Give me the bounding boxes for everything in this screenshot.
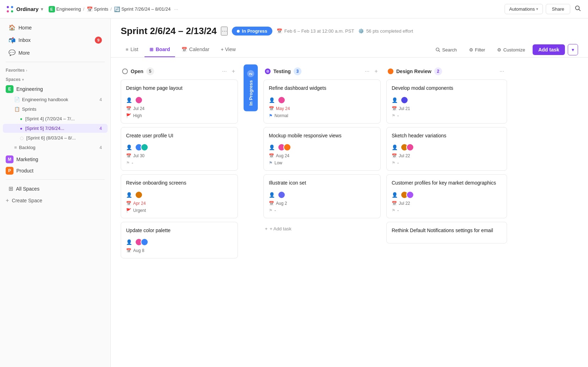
- col-add-open-btn[interactable]: +: [230, 67, 236, 75]
- card-title: Update color palette: [126, 227, 233, 234]
- automations-button[interactable]: Automations ▾: [505, 4, 543, 14]
- date-icon: 📅: [126, 248, 131, 253]
- board: Open 5 ··· + Design home page layout 👤: [111, 57, 588, 367]
- assign-icon: 👤: [269, 144, 275, 150]
- col-menu-design: ···: [498, 67, 506, 75]
- col-cards-open: Design home page layout 👤 📅 Jul 24: [121, 80, 238, 258]
- date-value: Aug 24: [276, 153, 289, 158]
- app-chevron: ▾: [41, 7, 43, 12]
- create-space-button[interactable]: + Create Space: [0, 195, 110, 206]
- card-modal-components[interactable]: Develop modal components 👤 📅 Jul 21: [386, 80, 507, 124]
- sidebar-item-sprint5[interactable]: ● [Sprint 5] 7/26/24... 4: [3, 124, 108, 133]
- share-button[interactable]: Share: [546, 4, 570, 14]
- priority-label: Urgent: [133, 208, 146, 213]
- customize-button[interactable]: ⚙ Customize: [492, 45, 529, 55]
- col-cards-testing: Refine dashboard widgets 👤 📅 May 24: [263, 80, 381, 234]
- card-date: 📅 Jul 22: [392, 153, 502, 158]
- add-task-testing[interactable]: + + Add task: [263, 223, 381, 234]
- sidebar-item-backlog[interactable]: ≡ Backlog 4: [3, 143, 108, 152]
- card-meta: 👤: [269, 191, 375, 199]
- col-add-testing-btn[interactable]: +: [373, 67, 379, 75]
- sprint-effort: ⚙️ 56 pts completed effort: [358, 28, 413, 34]
- card-dashboard-widgets[interactable]: Refine dashboard widgets 👤 📅 May 24: [263, 80, 381, 124]
- card-mobile-responsive[interactable]: Mockup mobile responsive views 👤 📅 Aug 2…: [263, 127, 381, 171]
- sidebar-divider-2: [6, 179, 105, 180]
- sidebar-item-all-spaces[interactable]: ⊞ All Spaces: [3, 183, 108, 195]
- avatar: [406, 191, 414, 199]
- global-search-button[interactable]: [573, 4, 582, 15]
- space-engineering[interactable]: E Engineering: [0, 83, 110, 95]
- card-customer-profiles[interactable]: Customer profiles for key market demogra…: [386, 174, 507, 218]
- column-testing: Testing 3 ··· + Refine dashboard widgets…: [263, 65, 381, 360]
- card-date: 📅 Aug 8: [126, 248, 233, 253]
- card-design-home[interactable]: Design home page layout 👤 📅 Jul 24: [121, 80, 238, 124]
- card-header-variations[interactable]: Sketch header variations 👤 📅 Jul 22: [386, 127, 507, 171]
- date-icon: 📅: [269, 201, 274, 206]
- filter-button[interactable]: ⚙ Filter: [464, 45, 490, 55]
- sidebar-item-home[interactable]: 🏠 Home: [3, 22, 108, 33]
- sidebar-item-inbox[interactable]: 📬 Inbox 9: [3, 34, 108, 46]
- tab-add-view[interactable]: + View: [216, 42, 241, 57]
- avatar-group: [135, 96, 143, 104]
- sidebar-item-sprint4[interactable]: ● [Sprint 4] (7/20/24 – 7/...: [3, 114, 108, 123]
- breadcrumb-sep-1: /: [83, 6, 85, 12]
- tab-list-label: List: [131, 46, 138, 52]
- sprint-title: Sprint 2/6/24 – 2/13/24: [121, 26, 217, 37]
- col-menu-testing-btn[interactable]: ···: [363, 67, 371, 75]
- card-meta: 👤: [269, 143, 375, 151]
- breadcrumb: E Engineering / 📅 Sprints / 🔄 Sprint 7/2…: [49, 6, 502, 12]
- favorites-chevron: ›: [26, 69, 27, 72]
- sprint-effort-text: 56 pts completed effort: [366, 28, 413, 34]
- breadcrumb-sprints-label: Sprints: [94, 6, 108, 12]
- card-onboarding[interactable]: Revise onboarding screens 👤 📅 Apr 24: [121, 174, 238, 218]
- backlog-icon: ≡: [14, 145, 17, 150]
- breadcrumb-engineering[interactable]: E Engineering: [49, 6, 81, 12]
- breadcrumb-more[interactable]: ···: [174, 6, 178, 12]
- assign-icon: 👤: [392, 144, 398, 150]
- sidebar-item-handbook[interactable]: 📄 Engineering handbook 4: [3, 95, 108, 104]
- column-open: Open 5 ··· + Design home page layout 👤: [121, 65, 238, 360]
- space-marketing[interactable]: M Marketing: [0, 154, 110, 165]
- search-button[interactable]: Search: [431, 45, 461, 55]
- in-progress-label[interactable]: In Progress 2: [244, 65, 258, 111]
- tab-calendar[interactable]: 📅 Calendar: [176, 42, 214, 57]
- card-meta: 👤: [126, 96, 233, 104]
- priority-label: -: [397, 160, 399, 165]
- sprint-status-badge[interactable]: In Progress: [232, 27, 272, 35]
- sprints-nav-icon: 📋: [14, 106, 20, 112]
- sidebar-item-more[interactable]: 💬 More: [3, 47, 108, 59]
- space-product[interactable]: P Product: [0, 165, 110, 176]
- all-spaces-icon: ⊞: [9, 185, 13, 192]
- customize-label: Customize: [503, 47, 525, 53]
- app-logo[interactable]: Ordinary ▾: [6, 5, 46, 13]
- col-menu-open-btn[interactable]: ···: [220, 67, 228, 75]
- breadcrumb-sprint-current[interactable]: 🔄 Sprint 7/26/24 – 8/01/24: [114, 6, 171, 12]
- card-icon-set[interactable]: Illustrate icon set 👤 📅 Aug 2: [263, 174, 381, 218]
- tab-board[interactable]: ⊞ Board: [145, 42, 175, 57]
- calendar-icon: 📅: [277, 28, 282, 34]
- sidebar-spaces-section[interactable]: Spaces ▾: [0, 74, 110, 83]
- breadcrumb-engineering-label: Engineering: [56, 6, 81, 12]
- priority-flag: ⚑: [392, 160, 396, 165]
- card-color-palette[interactable]: Update color palette 👤 📅 Aug 8: [121, 222, 238, 259]
- add-task-button[interactable]: Add task: [533, 44, 565, 55]
- card-notifications[interactable]: Rethink Default Notifications settings f…: [386, 222, 507, 244]
- column-in-progress[interactable]: In Progress 2: [244, 65, 258, 360]
- tab-list[interactable]: ≡ List: [121, 42, 143, 57]
- add-task-dropdown[interactable]: ▾: [568, 44, 578, 55]
- breadcrumb-sprints[interactable]: 📅 Sprints: [87, 6, 108, 12]
- sidebar-favorites-section[interactable]: Favorites ›: [0, 65, 110, 74]
- sidebar-item-sprints[interactable]: 📋 Sprints: [3, 105, 108, 114]
- card-user-profile[interactable]: Create user profile UI 👤 📅 Jul 30: [121, 127, 238, 171]
- date-value: Jul 24: [133, 106, 145, 111]
- card-priority: 🚩 Urgent: [126, 208, 233, 213]
- col-menu-design-btn[interactable]: ···: [498, 67, 506, 75]
- priority-label: -: [132, 160, 133, 165]
- tab-view-label: + View: [221, 46, 236, 52]
- sidebar-item-sprint6[interactable]: ◌ [Sprint 6] (8/03/24 – 8/...: [3, 133, 108, 142]
- card-priority: ⚑ -: [392, 160, 502, 165]
- sprint-menu-button[interactable]: ···: [221, 27, 228, 35]
- card-meta: 👤: [269, 96, 375, 104]
- card-date: 📅 Apr 24: [126, 201, 233, 206]
- marketing-space-badge: M: [6, 155, 13, 163]
